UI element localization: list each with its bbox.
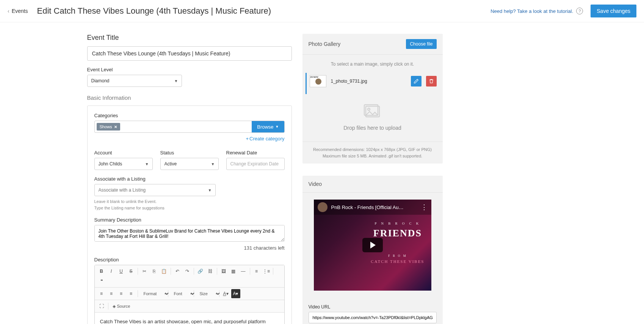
editor-toolbar-row2: ≡ ≡ ≡ ≡ Format▾ Font▾ Size▾ A▾ A▾: [95, 288, 284, 300]
redo-icon[interactable]: ↷: [183, 267, 192, 276]
video-embed[interactable]: PnB Rock - Friends [Official Au… ⋮ P N B…: [314, 200, 431, 291]
summary-label: Summary Description: [94, 217, 285, 223]
remove-tag-icon[interactable]: ✕: [114, 125, 117, 129]
delete-image-button[interactable]: [426, 76, 437, 87]
copy-icon[interactable]: ⎘: [150, 267, 159, 276]
video-heading: Video: [309, 181, 322, 187]
associate-help: Leave it blank to unlink the Event. Type…: [94, 198, 285, 211]
description-label: Description: [94, 257, 285, 263]
italic-icon[interactable]: I: [107, 267, 116, 276]
page-title: Edit Catch These Vibes Lounge (4th Tuesd…: [37, 6, 490, 16]
description-editor: B I U S ✂ ⎘ 📋 ↶ ↷ 🔗 ⛓ 🖼 ▦: [94, 265, 285, 324]
status-label: Status: [160, 150, 219, 156]
align-center-icon[interactable]: ≡: [107, 289, 116, 298]
image-icon[interactable]: 🖼: [219, 267, 228, 276]
source-icon: ◈: [113, 304, 116, 309]
align-justify-icon[interactable]: ≡: [127, 289, 136, 298]
event-title-heading: Event Title: [87, 34, 292, 42]
categories-label: Categories: [94, 113, 285, 118]
event-level-select[interactable]: Diamond: [87, 75, 182, 87]
renewal-date-input[interactable]: [226, 158, 285, 170]
photo-gallery-panel: Photo Gallery Choose file To select a ma…: [302, 34, 443, 164]
source-button[interactable]: ◈ Source: [110, 303, 133, 310]
hr-icon[interactable]: —: [239, 267, 248, 276]
event-title-input[interactable]: [87, 46, 292, 61]
basic-info-heading: Basic Information: [87, 94, 292, 101]
renewal-label: Renewal Date: [226, 150, 285, 156]
editor-toolbar-row3: ⛶ ◈ Source: [95, 300, 284, 313]
strike-icon[interactable]: S: [127, 267, 136, 276]
gallery-heading: Photo Gallery: [309, 41, 341, 47]
back-label: Events: [12, 8, 28, 14]
choose-file-button[interactable]: Choose file: [406, 39, 436, 49]
font-select[interactable]: Font: [170, 290, 196, 297]
gallery-thumbnail[interactable]: 23 NOV: [310, 75, 326, 87]
category-tags[interactable]: Shows ✕: [95, 121, 252, 132]
cut-icon[interactable]: ✂: [140, 267, 149, 276]
table-icon[interactable]: ▦: [229, 267, 238, 276]
link-icon[interactable]: 🔗: [196, 267, 205, 276]
chevron-left-icon: ‹: [8, 8, 9, 14]
account-select[interactable]: John Childs: [94, 158, 153, 170]
help-icon[interactable]: ?: [576, 8, 583, 14]
create-category-link[interactable]: +Create category: [246, 136, 284, 142]
undo-icon[interactable]: ↶: [173, 267, 182, 276]
paste-icon[interactable]: 📋: [160, 267, 169, 276]
drop-zone[interactable]: Drop files here to upload: [309, 98, 437, 135]
unlink-icon[interactable]: ⛓: [206, 267, 215, 276]
gallery-file-name: 1_photo_9731.jpg: [331, 79, 406, 84]
gallery-file-row[interactable]: 23 NOV 1_photo_9731.jpg: [306, 73, 437, 94]
align-right-icon[interactable]: ≡: [117, 289, 126, 298]
editor-toolbar-row1: B I U S ✂ ⎘ 📋 ↶ ↷ 🔗 ⛓ 🖼 ▦: [95, 265, 284, 288]
format-select[interactable]: Format: [140, 290, 170, 297]
bg-color-icon[interactable]: A▾: [231, 289, 240, 298]
associate-label: Associate with a Listing: [94, 176, 285, 182]
youtube-avatar: [318, 202, 327, 212]
account-label: Account: [94, 150, 153, 156]
underline-icon[interactable]: U: [117, 267, 126, 276]
ul-icon[interactable]: ⋮≡: [262, 267, 271, 276]
status-select[interactable]: Active: [160, 158, 219, 170]
pencil-icon: [414, 79, 419, 84]
quote-icon[interactable]: ❝: [97, 277, 106, 286]
align-left-icon[interactable]: ≡: [97, 289, 106, 298]
save-button[interactable]: Save changes: [591, 5, 636, 17]
youtube-title: PnB Rock - Friends [Official Au…: [331, 204, 417, 210]
description-body[interactable]: Catch These Vibes is an artist showcase,…: [95, 313, 284, 324]
video-panel: Video PnB Rock - Friends [Official Au… ⋮…: [302, 176, 443, 324]
video-url-label: Video URL: [302, 304, 443, 310]
bold-icon[interactable]: B: [97, 267, 106, 276]
help-link[interactable]: Need help? Take a look at the tutorial.: [490, 8, 573, 14]
ol-icon[interactable]: ≡: [252, 267, 261, 276]
gallery-reco: Recommended dimensions: 1024px x 768px (…: [302, 142, 443, 164]
gallery-hint: To select a main image, simply click on …: [309, 61, 437, 67]
summary-textarea[interactable]: [94, 225, 285, 242]
album-art-text: P N B R O C K FRIENDS F R O M CATCH THES…: [371, 222, 424, 264]
chevron-down-icon: ▼: [276, 125, 279, 129]
categories-field: Shows ✕ Browse ▼: [94, 121, 285, 133]
topbar: ‹ Events Edit Catch These Vibes Lounge (…: [0, 0, 644, 22]
event-level-label: Event Level: [87, 67, 292, 72]
category-tag: Shows ✕: [97, 123, 120, 131]
associate-listing-input[interactable]: [94, 184, 216, 196]
youtube-menu-icon[interactable]: ⋮: [421, 203, 428, 211]
svg-point-2: [368, 108, 370, 110]
drop-text: Drop files here to upload: [309, 125, 437, 131]
browse-button[interactable]: Browse ▼: [252, 121, 284, 132]
edit-image-button[interactable]: [411, 76, 421, 87]
video-url-input[interactable]: [309, 312, 437, 323]
image-placeholder-icon: [364, 104, 382, 119]
maximize-icon[interactable]: ⛶: [97, 302, 106, 311]
size-select[interactable]: Size: [196, 290, 221, 297]
trash-icon: [429, 79, 434, 84]
basic-info-panel: Categories Shows ✕ Browse ▼ +Create cate…: [87, 105, 292, 324]
summary-char-count: 131 characters left: [94, 245, 285, 251]
back-link[interactable]: ‹ Events: [8, 8, 28, 14]
text-color-icon[interactable]: A▾: [221, 289, 230, 298]
plus-icon: +: [246, 136, 249, 142]
